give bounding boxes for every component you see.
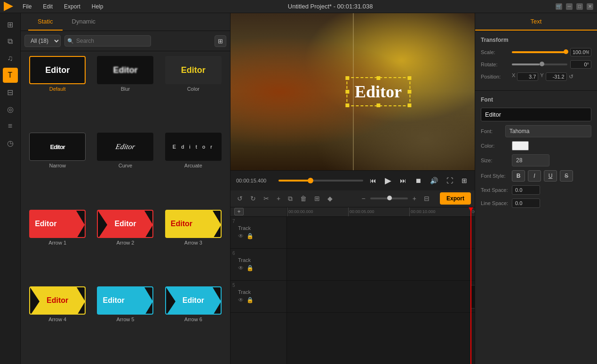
undo-button[interactable]: ↺: [234, 193, 246, 204]
style-thumb-curve: Editor: [97, 133, 153, 161]
volume-button[interactable]: 🔊: [428, 175, 440, 186]
sidebar-effects-icon[interactable]: ◎: [3, 102, 18, 117]
search-input[interactable]: [64, 35, 151, 47]
stop-button[interactable]: ⏹: [413, 175, 423, 186]
style-thumb-arrow3: Editor: [165, 210, 222, 238]
handle-br[interactable]: [407, 103, 411, 107]
style-item-narrow[interactable]: Editor Narrow: [25, 133, 89, 206]
size-dropdown[interactable]: 28 14 18 24 32 48: [512, 154, 549, 166]
bold-button[interactable]: B: [512, 170, 525, 182]
zoom-out-button[interactable]: −: [359, 193, 368, 204]
track-name-5: Track: [238, 289, 251, 295]
play-button[interactable]: ▶: [383, 174, 393, 188]
menu-help[interactable]: Help: [90, 2, 105, 11]
tab-static[interactable]: Static: [28, 13, 63, 31]
track-lock-5[interactable]: 🔒: [247, 297, 254, 303]
strikethrough-button[interactable]: S: [560, 170, 573, 182]
style-label-blur: Blur: [121, 86, 130, 92]
sidebar-text-icon[interactable]: T: [3, 68, 18, 83]
close-button[interactable]: ✕: [587, 3, 593, 10]
split-button[interactable]: ⊞: [311, 193, 323, 204]
sidebar-transitions-icon[interactable]: ⊟: [3, 85, 18, 100]
track-lock-7[interactable]: 🔒: [247, 233, 254, 239]
track-visibility-6[interactable]: 👁: [238, 265, 244, 271]
pos-x-value[interactable]: [517, 72, 538, 81]
handle-ml[interactable]: [345, 90, 349, 94]
style-item-curve[interactable]: Editor Curve: [93, 133, 157, 206]
color-swatch[interactable]: [512, 141, 529, 150]
step-back-button[interactable]: ⏮: [368, 175, 378, 186]
font-type-dropdown[interactable]: Tahoma Arial Times New Roman: [505, 125, 591, 137]
timeline-toolbar: ↺ ↻ ✂ + ⧉ 🗑 ⊞ ◆ − + ⊟ Export: [231, 190, 475, 207]
add-track-button[interactable]: +: [234, 208, 244, 215]
menu-file[interactable]: File: [21, 2, 33, 11]
progress-bar[interactable]: [279, 180, 363, 182]
style-item-arrow3[interactable]: Editor Arrow 3: [161, 210, 225, 283]
marker-button[interactable]: ◆: [325, 193, 335, 204]
export-button[interactable]: Export: [440, 192, 471, 205]
add-clip-button[interactable]: +: [274, 193, 283, 204]
grid-view-button[interactable]: ⊞: [215, 35, 226, 47]
style-item-color[interactable]: Editor Color: [161, 56, 225, 129]
step-forward-button[interactable]: ⏭: [398, 175, 408, 186]
playhead[interactable]: [470, 207, 471, 364]
scale-value[interactable]: [570, 48, 591, 56]
style-item-arrow5[interactable]: Editor Arrow 5: [93, 286, 157, 359]
filter-dropdown[interactable]: All (18): [24, 35, 61, 47]
style-item-blur[interactable]: Editor Blur: [93, 56, 157, 129]
style-item-arrow1[interactable]: Editor Arrow 1: [25, 210, 89, 283]
handle-tm[interactable]: [376, 76, 380, 80]
tab-dynamic[interactable]: Dynamic: [63, 13, 105, 31]
delete-button[interactable]: 🗑: [297, 193, 310, 204]
scale-slider[interactable]: [512, 51, 567, 53]
position-reset-button[interactable]: ↺: [569, 72, 573, 81]
handle-bm[interactable]: [376, 103, 380, 107]
track-row-6: [287, 249, 475, 281]
menu-edit[interactable]: Edit: [41, 2, 55, 11]
menu-export[interactable]: Export: [62, 2, 82, 11]
fullscreen-button[interactable]: ⛶: [445, 175, 455, 186]
copy-button[interactable]: ⧉: [285, 193, 295, 205]
style-item-arrow6[interactable]: Editor Arrow 6: [161, 286, 225, 359]
track-lock-6[interactable]: 🔒: [247, 265, 254, 271]
sidebar-filters-icon[interactable]: ≡: [3, 119, 18, 134]
handle-bl[interactable]: [345, 103, 349, 107]
cut-button[interactable]: ✂: [261, 193, 272, 204]
style-label-arrow2: Arrow 2: [117, 240, 135, 245]
progress-thumb[interactable]: [308, 178, 313, 183]
maximize-button[interactable]: □: [576, 3, 583, 10]
pip-button[interactable]: ⊞: [460, 175, 469, 186]
underline-button[interactable]: U: [544, 170, 557, 182]
handle-tr[interactable]: [407, 76, 411, 80]
cart-icon[interactable]: 🛒: [556, 3, 562, 10]
italic-button[interactable]: I: [528, 170, 541, 182]
position-row: Position: X Y ↺: [481, 72, 591, 81]
style-item-arcuate[interactable]: E d i t o r Arcuate: [161, 133, 225, 206]
handle-tl[interactable]: [345, 76, 349, 80]
text-space-value[interactable]: [512, 185, 540, 195]
track-visibility-7[interactable]: 👁: [238, 233, 244, 239]
sidebar-layers-icon[interactable]: ⧉: [3, 34, 18, 49]
zoom-in-button[interactable]: +: [410, 193, 419, 204]
zoom-slider[interactable]: [370, 198, 408, 199]
tab-text[interactable]: Text: [475, 13, 597, 31]
font-name-input[interactable]: [481, 108, 591, 121]
rotate-value[interactable]: [570, 60, 591, 69]
font-section: Font Font: Tahoma Arial Times New Roman …: [475, 91, 597, 217]
handle-mr[interactable]: [407, 90, 411, 94]
caption-button[interactable]: ⊟: [421, 193, 432, 204]
minimize-button[interactable]: ─: [566, 3, 573, 10]
timeline-tracks-area: 00:00:00.000 00:00:05.000 00:00:10.000 0…: [287, 207, 475, 364]
pos-y-value[interactable]: [546, 72, 567, 81]
rotate-slider[interactable]: [512, 63, 567, 65]
style-item-arrow4[interactable]: Editor Arrow 4: [25, 286, 89, 359]
line-space-value[interactable]: [512, 198, 540, 208]
style-item-default[interactable]: Editor Default: [25, 56, 89, 129]
sidebar-audio-icon[interactable]: ♫: [3, 51, 18, 66]
preview-text-overlay[interactable]: Editor: [346, 77, 410, 106]
sidebar-home-icon[interactable]: ⊞: [3, 17, 18, 32]
sidebar-stickers-icon[interactable]: ◷: [3, 135, 18, 150]
style-item-arrow2[interactable]: Editor Arrow 2: [93, 210, 157, 283]
redo-button[interactable]: ↻: [247, 193, 259, 204]
track-visibility-5[interactable]: 👁: [238, 297, 244, 303]
